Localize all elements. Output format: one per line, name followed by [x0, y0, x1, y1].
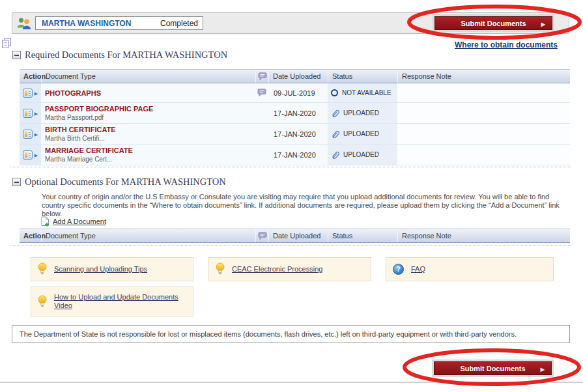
help-box-scanning-tips: Scanning and Uploading Tips [31, 257, 193, 281]
document-type-link[interactable]: MARRIAGE CERTIFICATE [45, 147, 133, 154]
where-to-obtain-documents-link[interactable]: Where to obtain documents [455, 40, 558, 49]
arrow-right-icon [541, 365, 545, 372]
not-available-circle-icon [331, 89, 338, 96]
uploaded-file-name: Martha Passport.pdf [45, 114, 104, 121]
section-divider [10, 167, 571, 167]
date-uploaded: 17-JAN-2020 [268, 124, 328, 145]
status-label: UPLOADED [343, 109, 379, 117]
collapse-minus-icon[interactable] [12, 51, 21, 59]
help-box-faq: FAQ [386, 257, 554, 281]
column-header-document-type: Document Type [41, 229, 255, 242]
view-form-icon[interactable] [23, 150, 33, 160]
lightbulb-icon [216, 262, 225, 276]
expand-arrow-icon[interactable] [35, 133, 38, 135]
applicant-status: Completed [160, 19, 198, 28]
submit-documents-frame-bottom: Submit Documents [432, 359, 554, 377]
lightbulb-icon [38, 295, 47, 309]
date-uploaded: 17-JAN-2020 [268, 145, 328, 165]
column-header-date-uploaded: Date Uploaded [268, 229, 328, 242]
column-header-response-note: Response Note [397, 229, 570, 242]
required-documents-table: Action Document Type Date Uploaded Statu… [20, 69, 570, 165]
users-icon [16, 17, 33, 30]
submit-documents-button-bottom[interactable]: Submit Documents [434, 361, 552, 375]
applicant-name: MARTHA WASHINGTON [42, 19, 131, 28]
view-form-icon[interactable] [23, 130, 33, 139]
copy-pages-icon[interactable] [1, 38, 12, 49]
optional-documents-table: Action Document Type Date Uploaded Statu… [20, 229, 570, 243]
ceac-upload-documents-page: MARTHA WASHINGTON Completed Submit Docum… [0, 0, 583, 392]
balloon-icon [255, 70, 268, 83]
add-a-document-link[interactable]: Add A Document [53, 217, 106, 225]
document-type-link[interactable]: PHOTOGRAPHS [45, 89, 101, 97]
collapse-minus-icon[interactable] [12, 178, 21, 186]
document-type-link[interactable]: PASSPORT BIOGRAPHIC PAGE [45, 105, 153, 113]
uploaded-file-name: Martha Marriage Cert... [45, 156, 112, 163]
date-uploaded: 17-JAN-2020 [268, 103, 328, 124]
view-form-icon[interactable] [23, 109, 33, 118]
balloon-icon [255, 229, 268, 242]
response-note-cell [397, 124, 570, 145]
table-header-row: Action Document Type Date Uploaded Statu… [20, 69, 570, 83]
table-row-passport: PASSPORT BIOGRAPHIC PAGE Martha Passport… [20, 103, 570, 124]
table-row-marriage: MARRIAGE CERTIFICATE Martha Marriage Cer… [20, 145, 570, 165]
submit-documents-label: Submit Documents [461, 20, 526, 27]
required-section-header: Required Documents For MARTHA WASHINGTON [12, 49, 227, 61]
upload-video-link[interactable]: How to Upload and Update Documents Video [54, 293, 186, 310]
submit-documents-button-top[interactable]: Submit Documents [434, 16, 552, 30]
paperclip-icon[interactable] [331, 130, 339, 139]
faq-link[interactable]: FAQ [411, 265, 425, 273]
table-header-row: Action Document Type Date Uploaded Statu… [20, 229, 570, 243]
required-section-title: Required Documents For MARTHA WASHINGTON [25, 49, 227, 61]
help-box-upload-video: How to Upload and Update Documents Video [31, 287, 193, 316]
paperclip-icon[interactable] [331, 150, 339, 160]
column-header-status: Status [328, 229, 397, 242]
add-document-icon [41, 216, 50, 227]
uploaded-file-name: Martha Birth Certifi... [45, 135, 105, 142]
submit-documents-frame-top: Submit Documents [433, 14, 554, 32]
lightbulb-icon [38, 262, 47, 276]
applicant-tab[interactable]: MARTHA WASHINGTON Completed [35, 16, 203, 30]
document-type-link[interactable]: BIRTH CERTIFICATE [45, 126, 116, 133]
paperclip-icon[interactable] [331, 109, 339, 118]
arrow-right-icon [541, 20, 545, 27]
column-header-response-note: Response Note [397, 70, 570, 83]
disclaimer-text: The Department of State is not responsib… [20, 330, 517, 338]
add-a-document: Add A Document [41, 216, 106, 227]
expand-arrow-icon[interactable] [35, 113, 38, 114]
scanning-uploading-tips-link[interactable]: Scanning and Uploading Tips [54, 265, 147, 273]
status-label: UPLOADED [343, 151, 379, 158]
column-header-action: Action [20, 229, 41, 242]
status-label: UPLOADED [343, 130, 379, 137]
optional-section-description: Your country of origin and/or the U.S Em… [42, 193, 565, 218]
status-label: NOT AVAILABLE [342, 89, 391, 96]
column-header-document-type: Document Type [41, 70, 255, 83]
column-header-status: Status [328, 70, 397, 83]
disclaimer-box: The Department of State is not responsib… [12, 325, 570, 343]
bottom-divider [0, 382, 583, 383]
response-note-cell [397, 145, 570, 165]
question-icon [393, 264, 404, 275]
view-form-icon[interactable] [23, 89, 33, 98]
column-header-action: Action [20, 70, 41, 83]
comment-balloon-icon[interactable] [255, 83, 268, 103]
expand-arrow-icon[interactable] [35, 154, 38, 156]
table-row-birth: BIRTH CERTIFICATE Martha Birth Certifi..… [20, 124, 570, 145]
expand-arrow-icon[interactable] [35, 92, 38, 94]
ceac-electronic-processing-link[interactable]: CEAC Electronic Processing [232, 265, 322, 273]
optional-section-header: Optional Documents For MARTHA WASHINGTON [12, 176, 226, 188]
column-header-date-uploaded: Date Uploaded [268, 70, 328, 83]
optional-section-title: Optional Documents For MARTHA WASHINGTON [25, 176, 226, 188]
table-row-photographs: PHOTOGRAPHS 09-JUL-2019 NOT AVAILABLE [20, 83, 570, 103]
section-divider [10, 245, 571, 246]
submit-documents-label: Submit Documents [460, 365, 525, 372]
help-box-ceac-processing: CEAC Electronic Processing [208, 257, 371, 281]
response-note-cell [397, 103, 570, 124]
response-note-cell [397, 83, 570, 103]
date-uploaded: 09-JUL-2019 [268, 83, 328, 103]
